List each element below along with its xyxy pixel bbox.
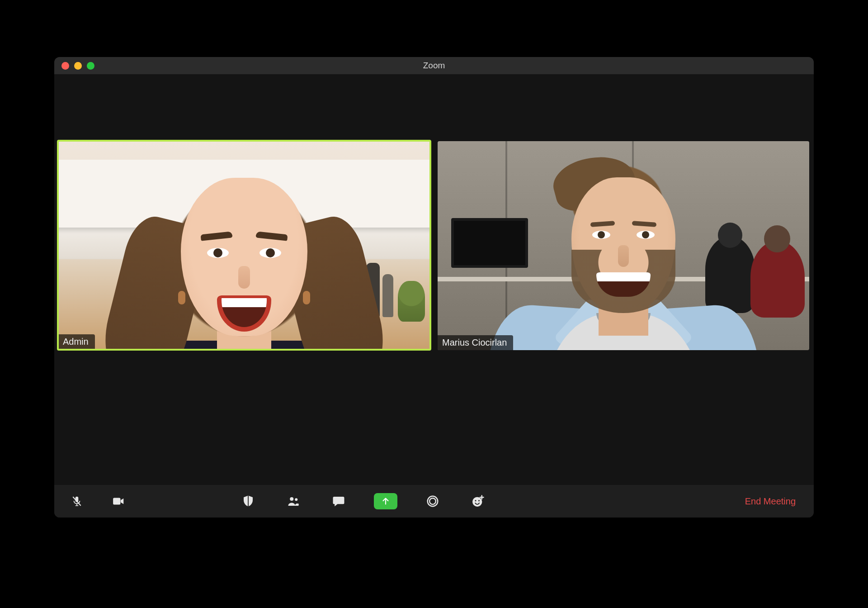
video-feed	[438, 141, 809, 350]
security-button[interactable]	[238, 491, 258, 511]
shield-icon	[241, 494, 255, 508]
video-grid: Admin	[54, 74, 814, 485]
video-camera-icon	[112, 494, 125, 508]
participant-name-badge: Marius Ciocirlan	[438, 335, 513, 350]
video-feed	[59, 142, 429, 349]
video-tile-admin[interactable]: Admin	[57, 140, 431, 351]
svg-point-3	[290, 497, 293, 501]
close-window-button[interactable]	[61, 62, 69, 70]
svg-rect-2	[113, 498, 120, 505]
svg-point-4	[295, 498, 297, 501]
video-button[interactable]	[108, 491, 128, 511]
meeting-toolbar: End Meeting	[54, 485, 814, 518]
video-tile-marius[interactable]: Marius Ciocirlan	[438, 141, 809, 350]
minimize-window-button[interactable]	[74, 62, 82, 70]
share-screen-button[interactable]	[374, 493, 397, 509]
maximize-window-button[interactable]	[87, 62, 94, 70]
reactions-icon	[471, 494, 485, 508]
microphone-muted-icon	[71, 495, 83, 508]
window-controls	[54, 62, 94, 70]
participants-button[interactable]	[283, 491, 303, 511]
reactions-button[interactable]	[468, 491, 488, 511]
record-icon	[426, 494, 439, 508]
participants-icon	[287, 494, 300, 508]
mute-button[interactable]	[67, 491, 87, 511]
svg-point-7	[472, 497, 482, 507]
end-meeting-button[interactable]: End Meeting	[740, 493, 801, 510]
svg-point-8	[475, 500, 476, 501]
window-title: Zoom	[54, 61, 814, 71]
svg-point-9	[478, 500, 480, 501]
titlebar: Zoom	[54, 57, 814, 74]
chat-button[interactable]	[329, 491, 349, 511]
chat-bubble-icon	[332, 494, 345, 508]
zoom-window: Zoom	[54, 57, 814, 518]
participant-name-badge: Admin	[58, 334, 95, 349]
share-screen-icon	[381, 496, 391, 506]
record-button[interactable]	[423, 491, 443, 511]
svg-point-6	[429, 498, 436, 504]
